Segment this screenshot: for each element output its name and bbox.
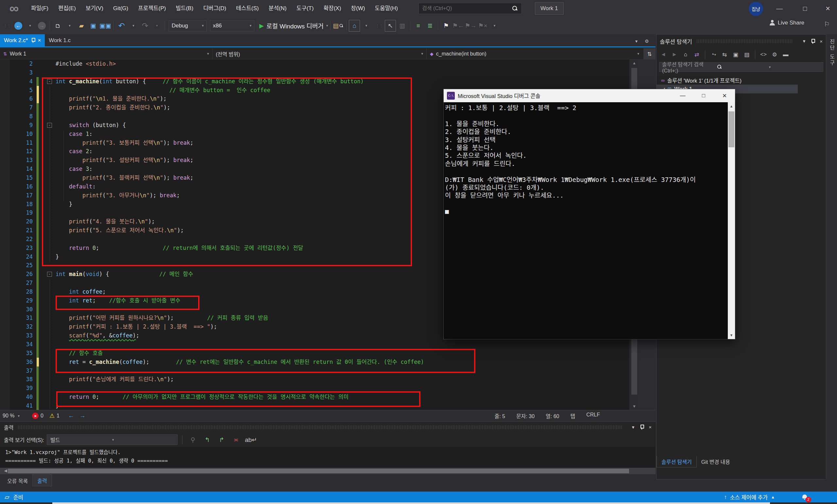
menu-item[interactable]: 확장(X): [318, 0, 346, 17]
tab-error-list[interactable]: 오류 목록: [3, 475, 32, 486]
menu-item[interactable]: 빌드(B): [171, 0, 198, 17]
tab-solution-explorer[interactable]: 솔루션 탐색기: [657, 456, 697, 467]
indent-decrease-icon[interactable]: ≡: [413, 20, 424, 32]
find-in-files-icon[interactable]: ▤: [333, 20, 344, 32]
menu-item[interactable]: 프로젝트(P): [133, 0, 171, 17]
navigate-back-button[interactable]: ←: [13, 20, 24, 32]
editor-tab[interactable]: Work 2.c*×: [0, 34, 45, 46]
collapse-all-icon[interactable]: ▤: [742, 49, 752, 60]
new-file-dropdown[interactable]: ▾: [64, 20, 75, 32]
clear-all-icon[interactable]: ≍: [231, 434, 242, 446]
explorer-dropdown-icon[interactable]: ▾: [803, 38, 806, 44]
output-source-dropdown[interactable]: 빌드▾: [47, 434, 178, 445]
close-panel-icon[interactable]: ×: [820, 39, 823, 44]
nav-back-icon[interactable]: ←: [68, 412, 74, 419]
console-title-bar[interactable]: C:\ Microsoft Visual Studio 디버그 콘솔 — □ ✕: [444, 89, 735, 102]
code-line[interactable]: 37: [0, 367, 639, 375]
split-window-control[interactable]: ⇅: [643, 48, 656, 59]
next-message-icon[interactable]: ↱: [216, 434, 227, 446]
undo-icon[interactable]: ↶: [116, 20, 127, 32]
close-panel-icon[interactable]: ×: [649, 424, 652, 430]
user-avatar[interactable]: 집냥: [749, 2, 763, 16]
tab-output[interactable]: 출력: [32, 474, 52, 486]
close-tab-icon[interactable]: ×: [38, 37, 41, 44]
output-text[interactable]: 1>"Work 1.vcxproj" 프로젝트를 빌드했습니다.========…: [0, 447, 656, 468]
code-line[interactable]: 41}: [0, 402, 639, 410]
error-count-icon[interactable]: ×: [32, 413, 39, 419]
pending-changes-filter-icon[interactable]: ◔▾: [709, 49, 718, 60]
pin-icon[interactable]: [31, 38, 35, 43]
console-output[interactable]: 커피 : 1.보통 | 2.설탕 | 3.블랙 ==> 2 1. 물을 준비한다…: [444, 102, 728, 339]
live-share-button[interactable]: Live Share: [769, 20, 804, 26]
code-line[interactable]: 40 return 0; // 아무의미가 없지만 프로그램이 정상적으로 작동…: [0, 393, 639, 402]
menu-item[interactable]: Git(G): [108, 0, 133, 17]
tab-list-dropdown-icon[interactable]: ▾: [635, 39, 638, 44]
code-line[interactable]: 38 printf("손님에게 커피를 드린다.\n");: [0, 375, 639, 384]
scroll-down-icon[interactable]: ▼: [728, 331, 735, 339]
menu-item[interactable]: 편집(E): [53, 0, 81, 17]
menu-item[interactable]: 디버그(D): [198, 0, 231, 17]
toggle-bookmark-icon[interactable]: ⚑: [440, 20, 451, 32]
menu-item[interactable]: 창(W): [346, 0, 370, 17]
solution-search-box[interactable]: 솔루션 탐색기 검색(Ctrl+;) ▾: [659, 62, 823, 72]
console-minimize-button[interactable]: —: [672, 89, 693, 102]
nav-forward-icon[interactable]: →: [79, 412, 86, 419]
panel-drag-texture[interactable]: [697, 39, 793, 43]
explorer-dropdown[interactable]: ▾: [361, 20, 372, 32]
select-tool-icon[interactable]: ↖: [385, 20, 396, 32]
search-icon[interactable]: [512, 6, 518, 11]
sync-active-document-icon[interactable]: ⇄: [692, 49, 702, 60]
project-name-button[interactable]: Work 1: [535, 2, 564, 15]
minimize-button[interactable]: —: [769, 0, 790, 17]
symbol-dropdown[interactable]: ◆ c_machine(int button)▾: [427, 48, 642, 59]
properties-wrench-icon[interactable]: ⚙: [770, 49, 780, 60]
warning-count-icon[interactable]: ⚠: [49, 412, 55, 419]
word-wrap-icon[interactable]: ab↵: [245, 434, 257, 446]
menu-item[interactable]: 파일(F): [26, 0, 53, 17]
console-scroll-thumb[interactable]: [728, 111, 734, 147]
console-scrollbar[interactable]: ▲ ▼: [728, 102, 735, 339]
project-dropdown[interactable]: ⇅ Work 1▾: [0, 48, 213, 59]
prev-message-icon[interactable]: ↰: [202, 434, 213, 446]
output-hscrollbar[interactable]: ◀: [0, 468, 656, 474]
hscroll-thumb[interactable]: [8, 469, 629, 473]
pin-icon[interactable]: [640, 424, 643, 430]
panel-drag-texture[interactable]: [18, 425, 622, 429]
navigate-forward-button[interactable]: →: [36, 20, 48, 32]
open-file-icon[interactable]: ▰: [76, 20, 87, 32]
notifications-button[interactable]: 2: [802, 494, 807, 500]
zoom-dropdown[interactable]: 90 %▾: [0, 413, 22, 419]
tab-diagnostic-tools[interactable]: 진단 도구: [828, 39, 836, 66]
code-line[interactable]: 39: [0, 384, 639, 393]
console-maximize-button[interactable]: □: [693, 89, 714, 102]
menu-item[interactable]: 테스트(S): [231, 0, 264, 17]
warning-count[interactable]: 1: [57, 413, 59, 419]
error-count[interactable]: 0: [40, 413, 43, 419]
pin-icon[interactable]: [811, 39, 815, 44]
preview-icon[interactable]: ▬: [781, 49, 790, 60]
nest-icon[interactable]: ▣: [731, 49, 741, 60]
code-line[interactable]: 35 // 함수 호출: [0, 349, 639, 358]
close-button[interactable]: ×: [817, 0, 837, 17]
solution-platforms-dropdown[interactable]: x86▾: [210, 20, 254, 31]
code-line[interactable]: 2#include <stdio.h>: [0, 59, 639, 68]
scroll-down-icon[interactable]: ▼: [629, 404, 639, 409]
feedback-icon[interactable]: ⚐: [824, 20, 830, 28]
output-dropdown-icon[interactable]: ▾: [632, 424, 635, 430]
menu-item[interactable]: 분석(N): [264, 0, 292, 17]
debug-console-window[interactable]: C:\ Microsoft Visual Studio 디버그 콘솔 — □ ✕…: [444, 89, 735, 339]
toolbar-grip2[interactable]: ⋮⋮: [375, 23, 382, 28]
tab-options-gear-icon[interactable]: ⚙: [645, 39, 649, 44]
quick-search[interactable]: [418, 3, 522, 14]
tab-git-changes[interactable]: Git 변경 내용: [697, 456, 735, 467]
code-line[interactable]: 3: [0, 68, 639, 77]
menu-item[interactable]: 도움말(H): [370, 0, 403, 17]
scope-dropdown[interactable]: (전역 범위)▾: [213, 48, 427, 59]
code-line[interactable]: 4-int c_machine(int button) { // 함수 이름이 …: [0, 77, 639, 86]
refresh-icon[interactable]: ⇆: [719, 49, 729, 60]
menu-item[interactable]: 보기(V): [81, 0, 108, 17]
add-to-source-control-button[interactable]: ↑ 소스 제어에 추가 ▲: [724, 493, 775, 501]
code-line[interactable]: 34: [0, 340, 639, 349]
console-close-button[interactable]: ✕: [714, 89, 735, 102]
menu-item[interactable]: 도구(T): [291, 0, 318, 17]
